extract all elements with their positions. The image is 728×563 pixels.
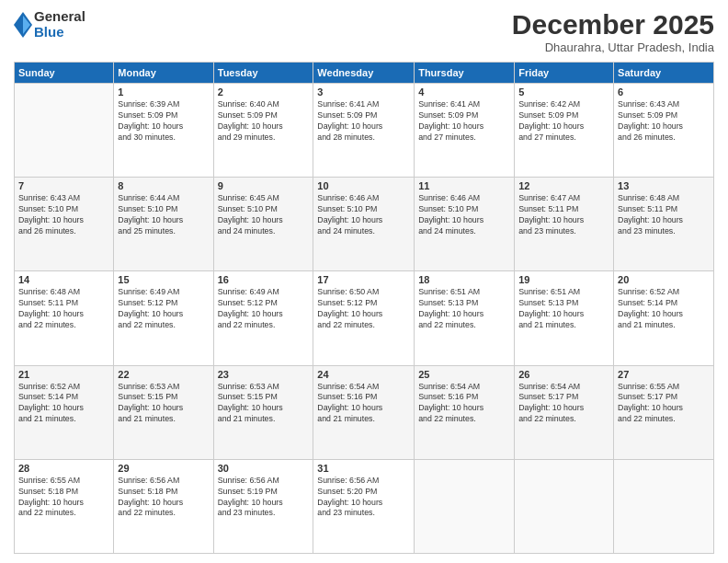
cell-date: 30 bbox=[218, 463, 310, 474]
logo-icon bbox=[14, 12, 32, 38]
table-row: 27 Sunrise: 6:55 AMSunset: 5:17 PMDaylig… bbox=[614, 365, 714, 459]
table-row bbox=[15, 84, 114, 178]
table-row: 29 Sunrise: 6:56 AMSunset: 5:18 PMDaylig… bbox=[114, 459, 213, 553]
table-row: 3 Sunrise: 6:41 AMSunset: 5:09 PMDayligh… bbox=[313, 84, 415, 178]
cell-info: Sunrise: 6:48 AMSunset: 5:11 PMDaylight:… bbox=[618, 193, 710, 237]
table-row bbox=[515, 459, 614, 553]
cell-date: 15 bbox=[118, 274, 209, 285]
cell-info: Sunrise: 6:41 AMSunset: 5:09 PMDaylight:… bbox=[317, 99, 410, 144]
cell-info: Sunrise: 6:56 AMSunset: 5:18 PMDaylight:… bbox=[118, 476, 209, 520]
cell-info: Sunrise: 6:42 AMSunset: 5:09 PMDaylight:… bbox=[518, 99, 609, 144]
cell-info: Sunrise: 6:55 AMSunset: 5:18 PMDaylight:… bbox=[18, 476, 109, 520]
cell-info: Sunrise: 6:52 AMSunset: 5:14 PMDaylight:… bbox=[18, 382, 109, 426]
cell-date: 31 bbox=[317, 463, 410, 474]
calendar-week-2: 7 Sunrise: 6:43 AMSunset: 5:10 PMDayligh… bbox=[15, 178, 714, 271]
header-row: Sunday Monday Tuesday Wednesday Thursday… bbox=[15, 63, 714, 84]
cell-info: Sunrise: 6:54 AMSunset: 5:16 PMDaylight:… bbox=[418, 382, 510, 426]
col-wednesday: Wednesday bbox=[313, 63, 415, 84]
cell-info: Sunrise: 6:51 AMSunset: 5:13 PMDaylight:… bbox=[418, 287, 510, 331]
cell-date: 29 bbox=[118, 463, 209, 474]
cell-date: 10 bbox=[317, 180, 410, 191]
table-row: 5 Sunrise: 6:42 AMSunset: 5:09 PMDayligh… bbox=[515, 84, 614, 178]
table-row bbox=[415, 459, 515, 553]
col-monday: Monday bbox=[114, 63, 213, 84]
cell-date: 12 bbox=[518, 180, 609, 191]
logo-text: General Blue bbox=[34, 9, 85, 40]
cell-date: 20 bbox=[618, 274, 710, 285]
cell-info: Sunrise: 6:44 AMSunset: 5:10 PMDaylight:… bbox=[118, 193, 209, 237]
cell-date: 17 bbox=[317, 274, 410, 285]
cell-date: 19 bbox=[518, 274, 609, 285]
cell-info: Sunrise: 6:56 AMSunset: 5:20 PMDaylight:… bbox=[317, 476, 410, 520]
logo: General Blue bbox=[14, 9, 85, 40]
cell-date: 9 bbox=[218, 180, 310, 191]
cell-info: Sunrise: 6:48 AMSunset: 5:11 PMDaylight:… bbox=[18, 287, 109, 331]
table-row: 21 Sunrise: 6:52 AMSunset: 5:14 PMDaylig… bbox=[15, 365, 114, 459]
col-saturday: Saturday bbox=[614, 63, 714, 84]
cell-date: 28 bbox=[18, 463, 109, 474]
cell-info: Sunrise: 6:40 AMSunset: 5:09 PMDaylight:… bbox=[218, 99, 310, 144]
cell-date: 3 bbox=[317, 86, 410, 98]
cell-date: 6 bbox=[618, 86, 710, 98]
table-row: 16 Sunrise: 6:49 AMSunset: 5:12 PMDaylig… bbox=[213, 271, 313, 365]
cell-info: Sunrise: 6:49 AMSunset: 5:12 PMDaylight:… bbox=[118, 287, 209, 331]
col-friday: Friday bbox=[515, 63, 614, 84]
cell-info: Sunrise: 6:41 AMSunset: 5:09 PMDaylight:… bbox=[418, 99, 510, 144]
cell-info: Sunrise: 6:56 AMSunset: 5:19 PMDaylight:… bbox=[218, 476, 310, 520]
table-row: 15 Sunrise: 6:49 AMSunset: 5:12 PMDaylig… bbox=[114, 271, 213, 365]
table-row: 20 Sunrise: 6:52 AMSunset: 5:14 PMDaylig… bbox=[614, 271, 714, 365]
table-row: 7 Sunrise: 6:43 AMSunset: 5:10 PMDayligh… bbox=[15, 178, 114, 271]
cell-date: 4 bbox=[418, 86, 510, 98]
table-row: 6 Sunrise: 6:43 AMSunset: 5:09 PMDayligh… bbox=[614, 84, 714, 178]
calendar-week-5: 28 Sunrise: 6:55 AMSunset: 5:18 PMDaylig… bbox=[15, 459, 714, 553]
calendar-table: Sunday Monday Tuesday Wednesday Thursday… bbox=[14, 62, 714, 554]
month-title: December 2025 bbox=[512, 9, 714, 40]
location: Dhaurahra, Uttar Pradesh, India bbox=[512, 40, 714, 54]
table-row: 8 Sunrise: 6:44 AMSunset: 5:10 PMDayligh… bbox=[114, 178, 213, 271]
logo-blue: Blue bbox=[34, 25, 85, 40]
header: General Blue December 2025 Dhaurahra, Ut… bbox=[14, 9, 714, 54]
table-row: 14 Sunrise: 6:48 AMSunset: 5:11 PMDaylig… bbox=[15, 271, 114, 365]
cell-info: Sunrise: 6:50 AMSunset: 5:12 PMDaylight:… bbox=[317, 287, 410, 331]
calendar-week-3: 14 Sunrise: 6:48 AMSunset: 5:11 PMDaylig… bbox=[15, 271, 714, 365]
table-row: 25 Sunrise: 6:54 AMSunset: 5:16 PMDaylig… bbox=[415, 365, 515, 459]
cell-info: Sunrise: 6:54 AMSunset: 5:16 PMDaylight:… bbox=[317, 382, 410, 426]
col-tuesday: Tuesday bbox=[213, 63, 313, 84]
table-row: 26 Sunrise: 6:54 AMSunset: 5:17 PMDaylig… bbox=[515, 365, 614, 459]
cell-date: 11 bbox=[418, 180, 510, 191]
col-thursday: Thursday bbox=[415, 63, 515, 84]
calendar-week-1: 1 Sunrise: 6:39 AMSunset: 5:09 PMDayligh… bbox=[15, 84, 714, 178]
table-row: 13 Sunrise: 6:48 AMSunset: 5:11 PMDaylig… bbox=[614, 178, 714, 271]
table-row: 17 Sunrise: 6:50 AMSunset: 5:12 PMDaylig… bbox=[313, 271, 415, 365]
cell-date: 13 bbox=[618, 180, 710, 191]
cell-date: 2 bbox=[218, 86, 310, 98]
table-row: 9 Sunrise: 6:45 AMSunset: 5:10 PMDayligh… bbox=[213, 178, 313, 271]
cell-date: 7 bbox=[18, 180, 109, 191]
cell-date: 5 bbox=[518, 86, 609, 98]
table-row: 10 Sunrise: 6:46 AMSunset: 5:10 PMDaylig… bbox=[313, 178, 415, 271]
table-row: 4 Sunrise: 6:41 AMSunset: 5:09 PMDayligh… bbox=[415, 84, 515, 178]
cell-date: 23 bbox=[218, 369, 310, 380]
table-row: 23 Sunrise: 6:53 AMSunset: 5:15 PMDaylig… bbox=[213, 365, 313, 459]
cell-date: 1 bbox=[118, 86, 209, 98]
cell-info: Sunrise: 6:55 AMSunset: 5:17 PMDaylight:… bbox=[618, 382, 710, 426]
cell-date: 25 bbox=[418, 369, 510, 380]
page: General Blue December 2025 Dhaurahra, Ut… bbox=[0, 0, 728, 563]
cell-info: Sunrise: 6:43 AMSunset: 5:10 PMDaylight:… bbox=[18, 193, 109, 237]
col-sunday: Sunday bbox=[15, 63, 114, 84]
table-row: 18 Sunrise: 6:51 AMSunset: 5:13 PMDaylig… bbox=[415, 271, 515, 365]
table-row: 28 Sunrise: 6:55 AMSunset: 5:18 PMDaylig… bbox=[15, 459, 114, 553]
cell-date: 24 bbox=[317, 369, 410, 380]
cell-info: Sunrise: 6:43 AMSunset: 5:09 PMDaylight:… bbox=[618, 99, 710, 144]
cell-info: Sunrise: 6:53 AMSunset: 5:15 PMDaylight:… bbox=[118, 382, 209, 426]
cell-info: Sunrise: 6:47 AMSunset: 5:11 PMDaylight:… bbox=[518, 193, 609, 237]
cell-info: Sunrise: 6:54 AMSunset: 5:17 PMDaylight:… bbox=[518, 382, 609, 426]
cell-info: Sunrise: 6:52 AMSunset: 5:14 PMDaylight:… bbox=[618, 287, 710, 331]
table-row: 19 Sunrise: 6:51 AMSunset: 5:13 PMDaylig… bbox=[515, 271, 614, 365]
title-section: December 2025 Dhaurahra, Uttar Pradesh, … bbox=[512, 9, 714, 54]
cell-info: Sunrise: 6:39 AMSunset: 5:09 PMDaylight:… bbox=[118, 99, 209, 144]
table-row: 22 Sunrise: 6:53 AMSunset: 5:15 PMDaylig… bbox=[114, 365, 213, 459]
cell-date: 22 bbox=[118, 369, 209, 380]
cell-date: 14 bbox=[18, 274, 109, 285]
cell-date: 27 bbox=[618, 369, 710, 380]
